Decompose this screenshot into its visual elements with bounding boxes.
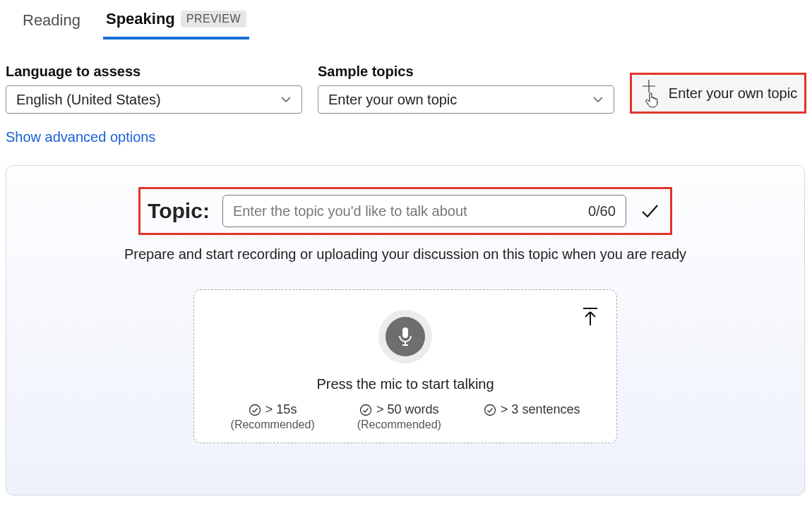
sample-topics-field: Sample topics Enter your own topic — [318, 64, 614, 114]
check-icon — [639, 200, 660, 222]
chevron-down-icon — [592, 94, 604, 105]
svg-point-3 — [484, 404, 495, 415]
sample-topics-label: Sample topics — [318, 64, 614, 80]
topic-char-counter: 0/60 — [588, 203, 616, 219]
req-sentences: > 3 sentences — [484, 402, 580, 431]
topic-input-container: 0/60 — [222, 195, 626, 227]
language-label: Language to assess — [6, 64, 302, 80]
tab-reading[interactable]: Reading — [20, 8, 83, 38]
preview-badge: PREVIEW — [181, 11, 246, 28]
topic-input[interactable] — [233, 203, 581, 219]
req-words-text: > 50 words — [376, 402, 439, 417]
enter-own-topic-button[interactable]: Enter your own topic — [630, 73, 806, 114]
check-circle-icon — [484, 404, 496, 416]
req-duration: > 15s (Recommended) — [231, 402, 315, 431]
confirm-topic-button[interactable] — [639, 200, 660, 222]
instruction-text: Prepare and start recording or uploading… — [124, 246, 686, 263]
show-advanced-options-link[interactable]: Show advanced options — [6, 129, 806, 145]
chevron-down-icon — [280, 94, 292, 105]
mic-button[interactable] — [378, 310, 432, 363]
tabs-row: Reading Speaking PREVIEW — [6, 7, 806, 40]
recorder-card: Press the mic to start talking > 15s (Re… — [193, 289, 617, 443]
main-panel: Topic: 0/60 Prepare and start recording … — [6, 165, 805, 495]
mic-inner — [386, 317, 425, 356]
upload-icon — [581, 306, 599, 327]
req-duration-recommended: (Recommended) — [231, 418, 315, 431]
topic-row: Topic: 0/60 — [138, 187, 672, 235]
language-field: Language to assess English (United State… — [6, 64, 302, 114]
enter-own-topic-label: Enter your own topic — [669, 85, 797, 101]
req-sentences-text: > 3 sentences — [501, 402, 580, 417]
language-value: English (United States) — [16, 92, 161, 108]
plus-with-cursor — [639, 79, 660, 107]
plus-icon — [642, 79, 656, 93]
topic-label: Topic: — [148, 199, 210, 223]
req-words-recommended: (Recommended) — [357, 418, 441, 431]
check-circle-icon — [359, 404, 372, 416]
cursor-hand-icon — [645, 92, 659, 109]
microphone-icon — [396, 326, 414, 347]
check-circle-icon — [249, 404, 261, 416]
svg-point-2 — [361, 404, 371, 415]
tab-speaking[interactable]: Speaking PREVIEW — [103, 7, 249, 40]
controls-row: Language to assess English (United State… — [6, 64, 806, 114]
svg-rect-0 — [402, 327, 408, 338]
recorder-prompt: Press the mic to start talking — [316, 376, 494, 392]
tab-speaking-label: Speaking — [106, 10, 175, 28]
requirements-row: > 15s (Recommended) > 50 words (Recommen… — [231, 402, 580, 431]
sample-topics-select[interactable]: Enter your own topic — [318, 85, 614, 114]
sample-topics-value: Enter your own topic — [328, 92, 457, 108]
svg-point-1 — [249, 404, 260, 415]
language-select[interactable]: English (United States) — [6, 85, 302, 114]
req-words: > 50 words (Recommended) — [357, 402, 441, 431]
req-duration-text: > 15s — [265, 402, 297, 417]
upload-button[interactable] — [581, 306, 599, 330]
